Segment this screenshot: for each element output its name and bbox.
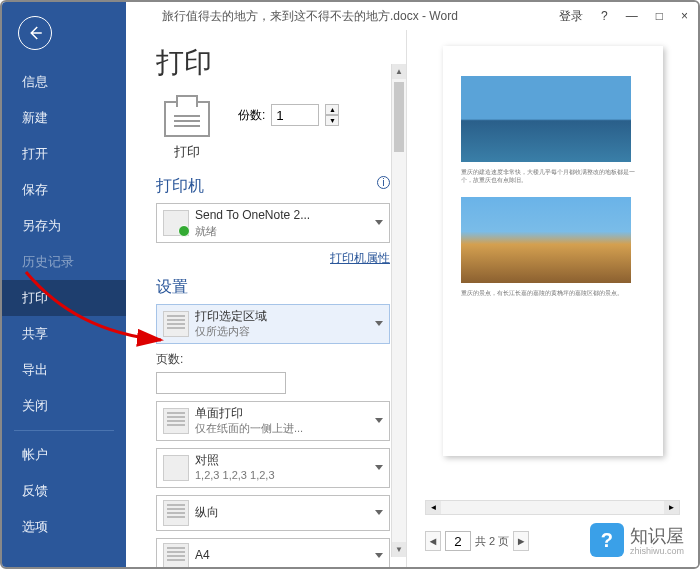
chevron-down-icon: [375, 321, 383, 326]
page-title: 打印: [156, 44, 390, 82]
nav-new[interactable]: 新建: [2, 100, 126, 136]
maximize-button[interactable]: □: [656, 9, 663, 23]
copies-input[interactable]: [271, 104, 319, 126]
nav-history[interactable]: 历史记录: [2, 244, 126, 280]
nav-export[interactable]: 导出: [2, 352, 126, 388]
preview-hscrollbar[interactable]: ◄►: [425, 500, 680, 515]
close-button[interactable]: ×: [681, 9, 688, 23]
print-scope-dropdown[interactable]: 打印选定区域仅所选内容: [156, 304, 390, 344]
nav-save[interactable]: 保存: [2, 172, 126, 208]
printer-section-title: 打印机i: [156, 176, 390, 197]
settings-scrollbar[interactable]: ▲▼: [391, 64, 406, 557]
back-button[interactable]: [18, 16, 52, 50]
nav-saveas[interactable]: 另存为: [2, 208, 126, 244]
info-icon[interactable]: i: [377, 176, 390, 189]
backstage-sidebar: 信息 新建 打开 保存 另存为 历史记录 打印 共享 导出 关闭 帐户 反馈 选…: [2, 2, 126, 569]
nav-info[interactable]: 信息: [2, 64, 126, 100]
prev-page-button[interactable]: ◄: [425, 531, 441, 551]
pages-input[interactable]: [156, 372, 286, 394]
nav-options[interactable]: 选项: [2, 509, 126, 545]
copies-spinner[interactable]: ▲▼: [325, 104, 339, 126]
document-icon: [163, 311, 189, 337]
page-icon: [163, 408, 189, 434]
chevron-down-icon: [375, 418, 383, 423]
printer-icon: [164, 101, 210, 137]
next-page-button[interactable]: ►: [513, 531, 529, 551]
nav-close[interactable]: 关闭: [2, 388, 126, 424]
preview-caption-2: 重庆的景点，有长江长嘉的嘉陵的黄桷坪的嘉陵区都的景点。: [461, 289, 645, 297]
watermark: 知识屋zhishiwu.com: [590, 523, 684, 557]
copies-label: 份数:: [238, 107, 265, 124]
login-link[interactable]: 登录: [559, 8, 583, 25]
chevron-down-icon: [375, 465, 383, 470]
preview-caption-1: 重庆的建造速度非常快，大楼几乎每个月都收满整改的地板都是一个，故重庆也有点陈旧。: [461, 168, 645, 185]
preview-page: 重庆的建造速度非常快，大楼几乎每个月都收满整改的地板都是一个，故重庆也有点陈旧。…: [443, 46, 663, 456]
chevron-down-icon: [375, 220, 383, 225]
chevron-down-icon: [375, 553, 383, 558]
paper-size-dropdown[interactable]: A4: [156, 538, 390, 569]
page-navigator: ◄ 共 2 页 ►: [425, 531, 529, 551]
orientation-dropdown[interactable]: 纵向: [156, 495, 390, 531]
watermark-icon: [590, 523, 624, 557]
chevron-down-icon: [375, 510, 383, 515]
help-button[interactable]: ?: [601, 9, 608, 23]
window-title: 旅行值得去的地方，来到这不得不去的地方.docx - Word: [162, 8, 458, 25]
printer-properties-link[interactable]: 打印机属性: [156, 250, 390, 267]
minimize-button[interactable]: —: [626, 9, 638, 23]
collate-dropdown[interactable]: 对照1,2,3 1,2,3 1,2,3: [156, 448, 390, 488]
pages-label: 页数:: [156, 351, 390, 368]
nav-feedback[interactable]: 反馈: [2, 473, 126, 509]
nav-print[interactable]: 打印: [2, 280, 126, 316]
paper-icon: [163, 543, 189, 569]
printer-dropdown[interactable]: Send To OneNote 2...就绪: [156, 203, 390, 243]
nav-account[interactable]: 帐户: [2, 437, 126, 473]
print-settings-panel: 打印 打印 份数: ▲▼ 打印机i Send To OneNote 2...就绪…: [126, 30, 406, 567]
portrait-icon: [163, 500, 189, 526]
duplex-dropdown[interactable]: 单面打印仅在纸面的一侧上进...: [156, 401, 390, 441]
settings-section-title: 设置: [156, 277, 390, 298]
printer-status-icon: [163, 210, 189, 236]
nav-open[interactable]: 打开: [2, 136, 126, 172]
print-button[interactable]: 打印: [156, 96, 218, 166]
page-total: 共 2 页: [475, 534, 509, 549]
print-preview-panel: 重庆的建造速度非常快，大楼几乎每个月都收满整改的地板都是一个，故重庆也有点陈旧。…: [406, 30, 698, 567]
preview-photo-1: [461, 76, 631, 162]
nav-share[interactable]: 共享: [2, 316, 126, 352]
page-number-input[interactable]: [445, 531, 471, 551]
collate-icon: [163, 455, 189, 481]
preview-photo-2: [461, 197, 631, 283]
